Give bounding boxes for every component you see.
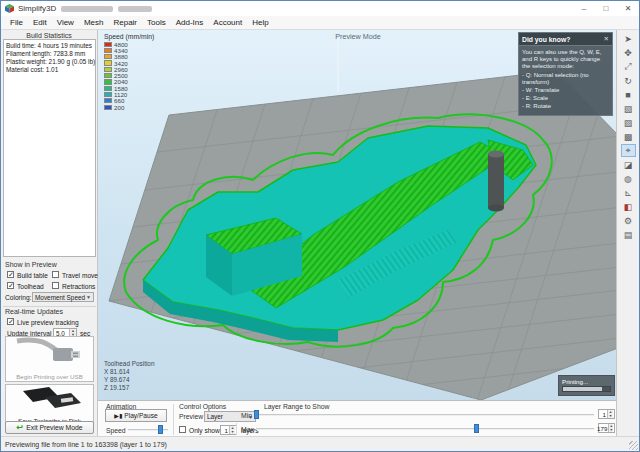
layer-min-value: 1 [603, 411, 606, 418]
printing-status-box: Printing... [558, 375, 615, 396]
legend-swatch [104, 92, 112, 97]
printing-label: Printing... [562, 378, 611, 385]
close-icon[interactable]: ✕ [604, 35, 609, 43]
gear-icon[interactable]: ⚙ [621, 214, 636, 227]
shortcut-r: - R: Rotate [522, 103, 609, 110]
show-in-preview-title: Show in Preview [5, 261, 57, 268]
exit-preview-label: Exit Preview Mode [26, 424, 82, 431]
stat-plastic-weight: Plastic weight: 21.90 g (0.05 lb) [6, 58, 93, 66]
layer-min-slider[interactable] [256, 410, 594, 419]
view-cube-dark-icon[interactable]: ■ [621, 88, 636, 101]
preview-viewport[interactable]: Preview Mode Speed (mm/min) 4800 4340 38… [98, 30, 618, 400]
status-text: Previewing file from line 1 to 163398 (l… [5, 441, 167, 448]
spinner-arrows-icon[interactable]: ▲▼ [607, 410, 613, 418]
slider-handle[interactable] [158, 425, 163, 434]
speed-legend-title: Speed (mm/min) [104, 33, 154, 40]
begin-printing-usb-button[interactable]: Begin Printing over USB [5, 336, 94, 382]
save-toolpaths-button[interactable]: Save Toolpaths to Disk [5, 384, 94, 426]
cube-gray-icon[interactable]: ◪ [621, 158, 636, 171]
menu-account[interactable]: Account [208, 16, 247, 29]
menu-mesh[interactable]: Mesh [79, 16, 109, 29]
chevron-down-icon: ▼ [86, 294, 91, 300]
select-cursor-icon[interactable]: ➤ [621, 32, 636, 45]
legend-swatch [104, 54, 112, 59]
group-divider [236, 423, 237, 435]
live-preview-label: Live preview tracking [17, 319, 79, 326]
resize-grip[interactable] [629, 441, 638, 450]
menu-edit[interactable]: Edit [28, 16, 52, 29]
stat-filament-length: Filament length: 7283.8 mm [6, 50, 93, 58]
control-options-title: Control Options [179, 403, 226, 410]
max-label: Max [241, 426, 254, 433]
title-bar: Simplify3D – □ ✕ [1, 1, 639, 16]
slider-handle[interactable] [254, 410, 259, 419]
slider-handle[interactable] [474, 424, 479, 433]
legend-swatch [104, 105, 112, 110]
spinner-arrows-icon[interactable]: ▲▼ [608, 424, 613, 432]
layer-max-slider[interactable] [256, 424, 594, 433]
speed-legend: Speed (mm/min) 4800 4340 3880 3420 2960 … [104, 33, 154, 110]
close-button[interactable]: ✕ [617, 1, 639, 16]
layer-min-spinner[interactable]: 1 ▲▼ [598, 409, 615, 419]
animation-speed-slider[interactable] [128, 425, 168, 434]
live-preview-checkbox[interactable] [7, 318, 14, 325]
coloring-value: Movement Speed [35, 294, 85, 301]
minimize-button[interactable]: – [573, 1, 595, 16]
rotate-tool-icon[interactable]: ↻ [621, 74, 636, 87]
menu-addins[interactable]: Add-Ins [171, 16, 209, 29]
travel-moves-checkbox[interactable] [52, 271, 59, 278]
layer-max-value: 179 [597, 425, 607, 432]
menu-repair[interactable]: Repair [108, 16, 142, 29]
exit-preview-mode-button[interactable]: ↩ Exit Preview Mode [5, 421, 94, 434]
move-tool-icon[interactable]: ✥ [621, 46, 636, 59]
right-toolbar: ➤ ✥ ⤢ ↻ ■ ▧ ▨ ▩ ⌖ ◪ ◍ ⊾ ◧ ⚙ ▤ [616, 30, 639, 436]
shortcut-e: - E: Scale [522, 95, 609, 102]
printing-progress-bar [562, 386, 611, 392]
wireframe-sphere-icon[interactable]: ◍ [621, 172, 636, 185]
retractions-checkbox[interactable] [52, 282, 59, 289]
scale-tool-icon[interactable]: ⤢ [621, 60, 636, 73]
did-you-know-title: Did you know? [522, 36, 570, 43]
toolhead-position-title: Toolhead Position [104, 360, 154, 368]
menu-tools[interactable]: Tools [142, 16, 171, 29]
divider [3, 306, 96, 307]
view-cube-light-icon[interactable]: ▨ [621, 116, 636, 129]
play-pause-button[interactable]: ▶▮ Play/Pause [105, 409, 167, 422]
stat-build-time: Build time: 4 hours 19 minutes [6, 42, 93, 50]
app-icon [5, 4, 14, 13]
build-table-checkbox[interactable] [7, 271, 14, 278]
stat-material-cost: Material cost: 1.01 [6, 66, 93, 74]
menu-view[interactable]: View [52, 16, 79, 29]
preview-by-value: Layer [207, 413, 223, 420]
did-you-know-popup: Did you know? ✕ You can also use the Q, … [518, 32, 613, 116]
coordinate-axes-icon[interactable]: ⌖ [621, 144, 636, 157]
plumb-axis-icon[interactable]: ⊾ [621, 186, 636, 199]
sd-cards-image [15, 385, 85, 415]
build-statistics-box: Build time: 4 hours 19 minutes Filament … [3, 39, 96, 257]
legend-swatch [104, 73, 112, 78]
legend-item: 200 [104, 104, 154, 110]
toolhead-position-readout: Toolhead Position X 81.614 Y 89.674 Z 19… [104, 360, 154, 392]
only-show-spinner[interactable]: 1 ▲▼ [220, 425, 237, 435]
bottom-panel: Animation ▶▮ Play/Pause Speed Control Op… [98, 400, 618, 438]
machine-control-icon[interactable]: ▤ [621, 228, 636, 241]
retractions-label: Retractions [62, 283, 95, 290]
travel-moves-label: Travel moves [62, 272, 101, 279]
spinner-arrows-icon[interactable]: ▲▼ [229, 426, 235, 434]
toolhead-z: Z 19.157 [104, 384, 154, 392]
min-label: Min [241, 412, 252, 419]
legend-value: 200 [114, 104, 124, 111]
toolhead-checkbox[interactable] [7, 282, 14, 289]
app-window: Simplify3D – □ ✕ File Edit View Mesh Rep… [0, 0, 640, 452]
maximize-button[interactable]: □ [595, 1, 617, 16]
view-cube-icon[interactable]: ▧ [621, 102, 636, 115]
cross-section-icon[interactable]: ◧ [621, 200, 636, 213]
coloring-dropdown[interactable]: Movement Speed ▼ [32, 292, 94, 302]
shortcut-q: - Q: Normal selection (no transform) [522, 72, 609, 86]
only-show-checkbox[interactable] [179, 426, 186, 433]
view-cube-outline-icon[interactable]: ▩ [621, 130, 636, 143]
menu-help[interactable]: Help [247, 16, 273, 29]
menu-file[interactable]: File [5, 16, 28, 29]
toolhead-cylinder [488, 151, 504, 212]
layer-max-spinner[interactable]: 179 ▲▼ [598, 423, 615, 433]
